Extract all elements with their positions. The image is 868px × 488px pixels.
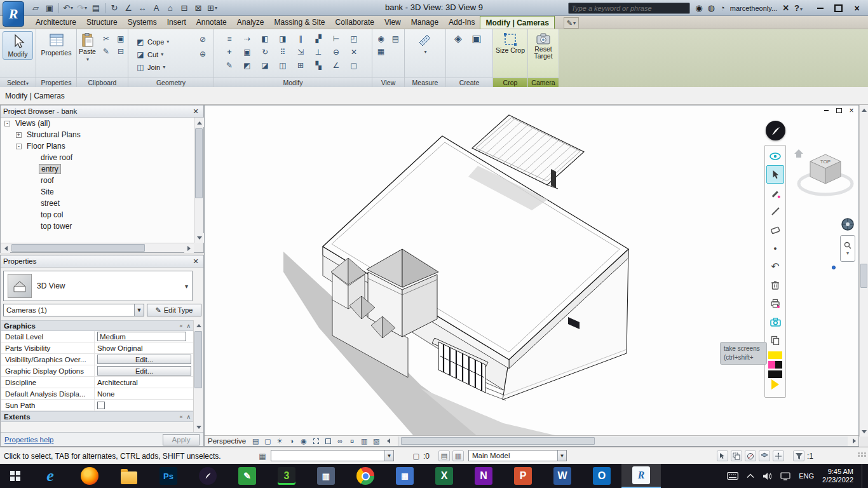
- color-picker-arrow[interactable]: [771, 379, 779, 390]
- tab-systems[interactable]: Systems: [123, 16, 162, 29]
- scroll-down-button[interactable]: [860, 427, 868, 437]
- unpin-icon[interactable]: [329, 46, 343, 58]
- redo-icon[interactable]: [76, 2, 88, 15]
- taskbar-firefox[interactable]: [70, 464, 109, 488]
- graphic-display-edit-button[interactable]: Edit...: [97, 366, 191, 376]
- select-pinned-icon[interactable]: [745, 451, 756, 461]
- size-crop-button[interactable]: Size Crop: [495, 31, 526, 54]
- scroll-right-button[interactable]: [850, 437, 859, 445]
- discipline-value[interactable]: Architectural: [94, 377, 194, 388]
- taskbar-chrome[interactable]: [346, 464, 385, 488]
- split-icon[interactable]: [294, 32, 308, 44]
- panel-label-crop[interactable]: Crop: [493, 78, 527, 87]
- close-hidden-icon[interactable]: [192, 2, 205, 15]
- close-button[interactable]: ×: [848, 2, 865, 14]
- visual-style-icon[interactable]: [262, 437, 273, 445]
- taskbar-clock[interactable]: 9:45 AM 2/23/2022: [822, 468, 853, 484]
- offset-icon[interactable]: [240, 32, 254, 44]
- color-yellow-swatch[interactable]: [768, 351, 782, 359]
- view-cube-top-label[interactable]: TOP: [820, 159, 831, 165]
- shadows-icon[interactable]: [287, 437, 297, 445]
- cut-geometry-icon[interactable]: [258, 59, 272, 71]
- displaced-icon[interactable]: [371, 437, 381, 445]
- eraser-tool-icon[interactable]: [766, 220, 784, 239]
- scroll-up-button[interactable]: [194, 320, 203, 330]
- copy-icon[interactable]: [240, 46, 254, 58]
- taskbar-photoshop[interactable]: Ps: [149, 464, 188, 488]
- tree-item-structural-plans[interactable]: + Structural Plans: [1, 129, 194, 140]
- taskbar-onenote[interactable]: N: [464, 464, 503, 488]
- sec-collapse-icon[interactable]: [179, 414, 182, 420]
- scroll-left-button[interactable]: [383, 437, 393, 445]
- line-tool-icon[interactable]: [766, 202, 784, 220]
- select-by-face-icon[interactable]: [759, 451, 770, 461]
- text-icon[interactable]: [150, 2, 163, 15]
- drag-on-selection-icon[interactable]: [773, 451, 784, 461]
- chevron-down-icon[interactable]: ▼: [557, 451, 566, 461]
- wall-joins-icon[interactable]: [294, 59, 308, 71]
- sun-icon[interactable]: [275, 437, 285, 445]
- tab-architecture[interactable]: Architecture: [31, 16, 81, 29]
- taskbar-outlook[interactable]: O: [582, 464, 621, 488]
- detail-level-value[interactable]: Medium: [97, 332, 186, 341]
- tab-collaborate[interactable]: Collaborate: [330, 16, 379, 29]
- scroll-left-button[interactable]: [1, 243, 10, 253]
- tree-item-drive-roof[interactable]: drive roof: [1, 152, 194, 163]
- copy-small-icon[interactable]: [114, 32, 128, 44]
- array-icon[interactable]: [276, 46, 290, 58]
- copy-tool-icon[interactable]: [766, 331, 784, 349]
- view-b-icon[interactable]: [389, 32, 403, 44]
- touch-keyboard-icon[interactable]: [727, 472, 738, 480]
- type-selector[interactable]: 3D View ▾: [3, 271, 193, 301]
- visibility-edit-button[interactable]: Edit...: [97, 355, 191, 364]
- tree-item-top-tower[interactable]: top tower: [1, 220, 194, 232]
- create-similar-icon[interactable]: [347, 59, 361, 71]
- select-links-icon[interactable]: [717, 451, 728, 461]
- tab-view[interactable]: View: [379, 16, 406, 29]
- scroll-thumb[interactable]: [401, 437, 595, 445]
- browser-vertical-scrollbar[interactable]: [194, 118, 203, 243]
- scroll-thumb[interactable]: [860, 264, 867, 288]
- scale-icon[interactable]: [294, 46, 308, 58]
- communication-icon[interactable]: [708, 3, 715, 13]
- open-icon[interactable]: [29, 2, 42, 15]
- paste-aligned-icon[interactable]: [114, 45, 128, 57]
- show-hidden-icons-icon[interactable]: [747, 473, 754, 478]
- modify-tool-button[interactable]: Modify: [3, 31, 33, 60]
- toggle-a-icon[interactable]: [438, 451, 450, 461]
- active-model-combo[interactable]: Main Model ▼: [468, 450, 567, 461]
- move-icon[interactable]: [222, 46, 236, 58]
- application-menu-button[interactable]: [3, 1, 24, 27]
- cope-small-icon[interactable]: [347, 32, 361, 44]
- trash-icon[interactable]: [766, 276, 784, 294]
- edit-type-button[interactable]: Edit Type: [147, 304, 201, 316]
- view-scale-label[interactable]: Perspective: [208, 437, 246, 445]
- view-c-icon[interactable]: [374, 45, 388, 57]
- restore-button[interactable]: [830, 2, 847, 14]
- tab-insert[interactable]: Insert: [162, 16, 191, 29]
- selection-filter-icon[interactable]: [793, 451, 804, 461]
- properties-help-link[interactable]: Properties help: [4, 436, 53, 444]
- expander-icon[interactable]: +: [16, 132, 22, 138]
- taskbar-slate-app[interactable]: ▥: [306, 464, 346, 488]
- close-icon[interactable]: ✕: [191, 257, 201, 266]
- scroll-up-button[interactable]: [194, 118, 204, 127]
- tree-item-floor-plans[interactable]: - Floor Plans: [1, 140, 194, 152]
- chevron-down-icon[interactable]: ▼: [134, 304, 144, 316]
- tree-item-views-all[interactable]: - Views (all): [1, 118, 194, 129]
- tab-massing-site[interactable]: Massing & Site: [269, 16, 330, 29]
- volume-icon[interactable]: [763, 472, 772, 480]
- rotate-icon[interactable]: [258, 46, 272, 58]
- cope-button[interactable]: Cope: [133, 36, 171, 48]
- instance-filter-combo[interactable]: Cameras (1) ▼: [3, 304, 144, 316]
- browser-horizontal-scrollbar[interactable]: [1, 243, 194, 252]
- cut-button[interactable]: Cut: [133, 48, 165, 61]
- scroll-up-button[interactable]: [860, 105, 868, 114]
- join-geometry-icon[interactable]: [276, 59, 290, 71]
- search-go-icon[interactable]: [695, 3, 702, 13]
- sec-collapse-icon[interactable]: [179, 323, 182, 329]
- scroll-thumb[interactable]: [195, 128, 203, 198]
- match-type-icon[interactable]: [99, 45, 113, 57]
- panel-label-camera[interactable]: Camera: [528, 78, 559, 87]
- panel-label-create[interactable]: Create: [446, 78, 492, 87]
